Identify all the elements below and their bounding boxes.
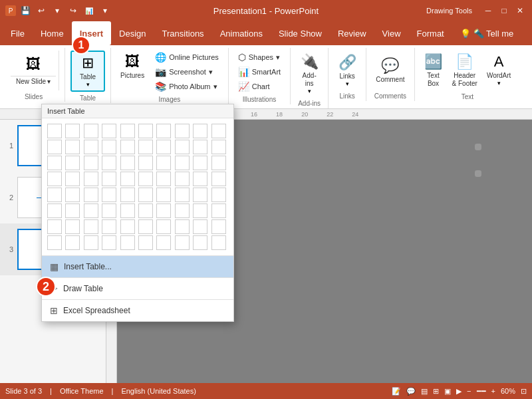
menu-animations[interactable]: Animations (212, 21, 271, 45)
grid-cell[interactable] (138, 235, 153, 250)
minimize-btn[interactable]: ─ (481, 4, 495, 17)
excel-spreadsheet-menu-item[interactable]: ⊞ Excel Spreadsheet (42, 300, 233, 321)
grid-cell[interactable] (138, 219, 153, 234)
fit-slide[interactable]: ⊡ (521, 387, 527, 396)
menu-review[interactable]: Review (330, 21, 374, 45)
addins-button[interactable]: 🔌 Add-ins ▾ (296, 51, 323, 97)
grid-cell[interactable] (156, 219, 171, 234)
zoom-out[interactable]: − (467, 387, 471, 396)
grid-cell[interactable] (211, 219, 226, 234)
save-btn[interactable]: 💾 (19, 4, 32, 17)
grid-cell[interactable] (102, 188, 116, 202)
grid-cell[interactable] (120, 235, 135, 250)
grid-cell[interactable] (156, 188, 171, 202)
grid-cell[interactable] (175, 156, 190, 170)
table-button[interactable]: ⊞ Table ▾ (70, 51, 105, 92)
grid-cell[interactable] (102, 124, 116, 138)
grid-cell[interactable] (175, 172, 190, 186)
comment-button[interactable]: 💬 Comment (372, 55, 408, 86)
grid-cell[interactable] (156, 124, 171, 138)
header-footer-button[interactable]: 📄 Header& Footer (448, 51, 481, 90)
undo-btn[interactable]: ↩ (35, 4, 48, 17)
grid-cell[interactable] (193, 156, 207, 170)
grid-cell[interactable] (47, 188, 62, 202)
pictures-button[interactable]: 🖼 Pictures (116, 51, 148, 93)
grid-cell[interactable] (47, 172, 62, 186)
grid-cell[interactable] (193, 203, 207, 218)
grid-cell[interactable] (193, 124, 207, 138)
wordart-button[interactable]: A WordArt ▾ (483, 51, 515, 90)
grid-cell[interactable] (138, 124, 153, 138)
grid-cell[interactable] (120, 219, 135, 234)
menu-format[interactable]: Format (409, 21, 452, 45)
grid-cell[interactable] (65, 219, 80, 234)
menu-tell-me[interactable]: 💡🔦 Tell me (452, 21, 522, 45)
grid-cell[interactable] (84, 172, 98, 186)
grid-cell[interactable] (156, 140, 171, 154)
grid-cell[interactable] (47, 140, 62, 154)
grid-cell[interactable] (47, 156, 62, 170)
menu-transitions[interactable]: Transitions (154, 21, 212, 45)
photo-album-button[interactable]: 📚 Photo Album ▾ (151, 80, 223, 93)
grid-cell[interactable] (156, 235, 171, 250)
grid-cell[interactable] (120, 203, 135, 218)
grid-cell[interactable] (102, 219, 116, 234)
view-presenter[interactable]: ▶ (456, 387, 462, 396)
grid-cell[interactable] (102, 156, 116, 170)
grid-cell[interactable] (120, 156, 135, 170)
grid-cell[interactable] (120, 124, 135, 138)
menu-file[interactable]: File (3, 21, 33, 45)
grid-cell[interactable] (175, 188, 190, 202)
grid-cell[interactable] (175, 124, 190, 138)
grid-cell[interactable] (65, 203, 80, 218)
zoom-in[interactable]: + (491, 387, 495, 396)
grid-cell[interactable] (138, 172, 153, 186)
grid-cell[interactable] (120, 188, 135, 202)
grid-cell[interactable] (175, 235, 190, 250)
screenshot-button[interactable]: 📷 Screenshot ▾ (151, 65, 223, 78)
grid-cell[interactable] (65, 235, 80, 250)
menu-design[interactable]: Design (111, 21, 154, 45)
grid-cell[interactable] (156, 172, 171, 186)
grid-cell[interactable] (138, 203, 153, 218)
grid-cell[interactable] (84, 156, 98, 170)
grid-cell[interactable] (156, 203, 171, 218)
grid-cell[interactable] (47, 235, 62, 250)
grid-cell[interactable] (84, 235, 98, 250)
grid-cell[interactable] (65, 172, 80, 186)
grid-cell[interactable] (65, 124, 80, 138)
grid-cell[interactable] (138, 156, 153, 170)
grid-cell[interactable] (211, 235, 226, 250)
grid-cell[interactable] (193, 140, 207, 154)
grid-cell[interactable] (47, 124, 62, 138)
menu-home[interactable]: Home (33, 21, 72, 45)
grid-cell[interactable] (102, 203, 116, 218)
grid-cell[interactable] (65, 188, 80, 202)
zoom-slider[interactable]: ━━ (477, 387, 486, 396)
close-btn[interactable]: ✕ (513, 4, 527, 17)
grid-cell[interactable] (138, 140, 153, 154)
customize-btn[interactable]: 📊 (82, 4, 96, 17)
menu-slideshow[interactable]: Slide Show (271, 21, 330, 45)
grid-cell[interactable] (175, 140, 190, 154)
grid-cell[interactable] (84, 203, 98, 218)
draw-table-menu-item[interactable]: ✏ Draw Table (42, 278, 233, 299)
view-normal[interactable]: ▤ (421, 387, 428, 396)
grid-cell[interactable] (84, 124, 98, 138)
grid-cell[interactable] (84, 219, 98, 234)
notes-btn[interactable]: 📝 (392, 387, 401, 396)
grid-cell[interactable] (211, 172, 226, 186)
new-slide-button[interactable]: 🖼 New Slide ▾ (8, 51, 59, 90)
grid-cell[interactable] (175, 219, 190, 234)
grid-cell[interactable] (175, 203, 190, 218)
grid-cell[interactable] (120, 172, 135, 186)
shapes-button[interactable]: ⬡ Shapes ▾ (234, 51, 285, 64)
grid-cell[interactable] (211, 203, 226, 218)
grid-cell[interactable] (193, 188, 207, 202)
grid-cell[interactable] (102, 140, 116, 154)
grid-cell[interactable] (65, 140, 80, 154)
grid-cell[interactable] (84, 140, 98, 154)
grid-cell[interactable] (193, 219, 207, 234)
grid-cell[interactable] (102, 235, 116, 250)
grid-cell[interactable] (211, 156, 226, 170)
